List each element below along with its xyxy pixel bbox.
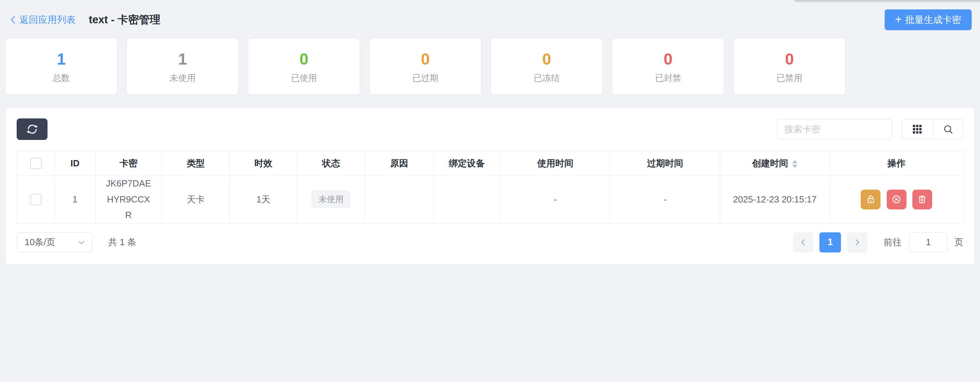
back-label: 返回应用列表	[19, 14, 76, 26]
stat-card-total: 1 总数	[6, 38, 117, 94]
stat-label: 已使用	[291, 74, 317, 82]
ban-button[interactable]	[887, 190, 907, 209]
cell-used-time: -	[500, 176, 610, 224]
stat-label: 未使用	[170, 74, 196, 82]
current-page-button[interactable]: 1	[819, 232, 841, 253]
cell-expire-time: -	[610, 176, 720, 224]
stat-card-unused: 1 未使用	[127, 38, 238, 94]
column-header-expire-time: 过期时间	[610, 151, 720, 176]
view-toggle-group	[902, 119, 963, 139]
column-header-select	[17, 151, 55, 176]
page-size-select[interactable]: 10条/页	[17, 232, 92, 253]
table-toolbar	[17, 118, 963, 140]
card-keys-table: ID 卡密 类型 时效 状态 原因 绑定设备 使用时间 过期时间 创建时间 操作…	[17, 151, 963, 224]
stat-value: 1	[178, 51, 187, 67]
table-header-row: ID 卡密 类型 时效 状态 原因 绑定设备 使用时间 过期时间 创建时间 操作	[17, 151, 963, 176]
freeze-button[interactable]	[861, 190, 880, 209]
prev-page-button[interactable]	[793, 232, 813, 253]
stat-value: 0	[664, 51, 673, 67]
stat-label: 已禁用	[776, 74, 802, 82]
top-shadow-strip	[794, 0, 980, 3]
chevron-down-icon	[76, 238, 86, 247]
page-size-value: 10条/页	[25, 236, 55, 248]
column-header-actions: 操作	[830, 151, 963, 176]
page-header: 返回应用列表 text - 卡密管理 + 批量生成卡密	[0, 0, 980, 30]
cell-actions	[830, 176, 963, 224]
card-key-value: JK6P7DAEHYR9CCXR	[106, 176, 151, 223]
cell-status: 未使用	[297, 176, 365, 224]
column-header-device: 绑定设备	[433, 151, 500, 176]
back-link[interactable]: 返回应用列表	[9, 14, 76, 26]
search-input[interactable]	[777, 119, 892, 139]
column-header-status: 状态	[297, 151, 365, 176]
goto-page-input[interactable]	[909, 232, 947, 253]
column-header-duration: 时效	[230, 151, 297, 176]
next-page-button[interactable]	[847, 232, 867, 253]
refresh-button[interactable]	[17, 118, 48, 140]
stat-card-expired: 0 已过期	[370, 38, 481, 94]
goto-label: 前往	[884, 236, 902, 248]
column-header-id: ID	[55, 151, 95, 176]
batch-generate-button[interactable]: + 批量生成卡密	[885, 10, 972, 30]
status-badge: 未使用	[312, 191, 350, 208]
stat-value: 0	[421, 51, 430, 67]
cell-id: 1	[55, 176, 95, 224]
created-time-label: 创建时间	[752, 158, 788, 168]
column-header-created-time: 创建时间	[720, 151, 830, 176]
page-unit-label: 页	[955, 236, 963, 248]
main-panel: ID 卡密 类型 时效 状态 原因 绑定设备 使用时间 过期时间 创建时间 操作…	[6, 108, 974, 264]
sort-icon[interactable]	[792, 160, 798, 168]
pagination-bar: 10条/页 共 1 条 1 前往 页	[17, 232, 963, 253]
refresh-icon	[26, 123, 38, 135]
lock-icon	[865, 194, 876, 205]
cell-reason	[365, 176, 433, 224]
chevron-right-icon	[853, 238, 862, 247]
stat-card-disabled: 0 已禁用	[734, 38, 845, 94]
cell-device	[433, 176, 500, 224]
stat-label: 已封禁	[655, 74, 681, 82]
column-header-reason: 原因	[365, 151, 433, 176]
table-row: 1 JK6P7DAEHYR9CCXR 天卡 1天 未使用 - - 2025-12…	[17, 176, 963, 224]
stat-card-banned: 0 已封禁	[612, 38, 724, 94]
batch-generate-label: 批量生成卡密	[905, 14, 961, 26]
cell-type: 天卡	[162, 176, 229, 224]
grid-icon	[912, 124, 923, 134]
total-count: 共 1 条	[108, 236, 136, 248]
page-title: text - 卡密管理	[89, 13, 161, 27]
column-header-key: 卡密	[95, 151, 162, 176]
circle-x-icon	[891, 194, 902, 205]
stat-value: 1	[57, 51, 66, 67]
delete-button[interactable]	[912, 190, 932, 209]
stat-card-used: 0 已使用	[248, 38, 360, 94]
stat-label: 总数	[53, 74, 70, 82]
row-checkbox[interactable]	[30, 194, 41, 205]
plus-icon: +	[895, 14, 902, 25]
stat-card-frozen: 0 已冻结	[491, 38, 602, 94]
column-header-type: 类型	[162, 151, 229, 176]
cell-created-time: 2025-12-23 20:15:17	[720, 176, 830, 224]
cell-select	[17, 176, 55, 224]
stat-value: 0	[542, 51, 551, 67]
select-all-checkbox[interactable]	[30, 158, 41, 169]
search-icon	[943, 124, 953, 134]
stat-label: 已过期	[412, 74, 438, 82]
chevron-left-icon	[799, 238, 808, 247]
cell-key: JK6P7DAEHYR9CCXR	[95, 176, 162, 224]
stat-label: 已冻结	[534, 74, 560, 82]
grid-view-button[interactable]	[902, 120, 932, 139]
stat-value: 0	[300, 51, 309, 67]
stats-row: 1 总数 1 未使用 0 已使用 0 已过期 0 已冻结 0 已封禁 0 已禁用	[0, 38, 980, 94]
search-button[interactable]	[932, 120, 963, 139]
column-header-used-time: 使用时间	[500, 151, 610, 176]
trash-icon	[916, 194, 928, 205]
chevron-left-icon	[9, 15, 18, 25]
stat-value: 0	[785, 51, 794, 67]
cell-duration: 1天	[230, 176, 297, 224]
